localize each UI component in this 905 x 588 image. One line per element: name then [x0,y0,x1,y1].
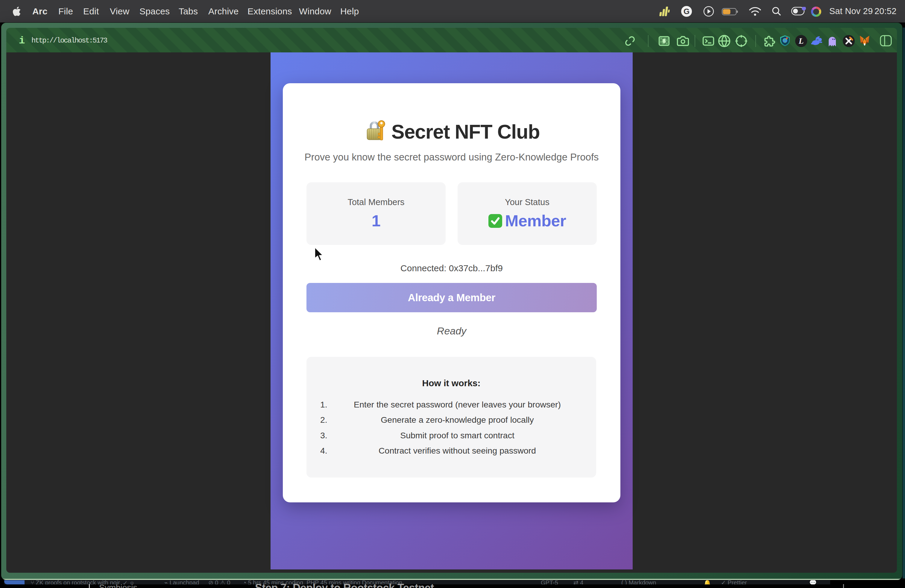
svg-text:L: L [799,37,804,46]
svg-text:G: G [684,7,689,16]
